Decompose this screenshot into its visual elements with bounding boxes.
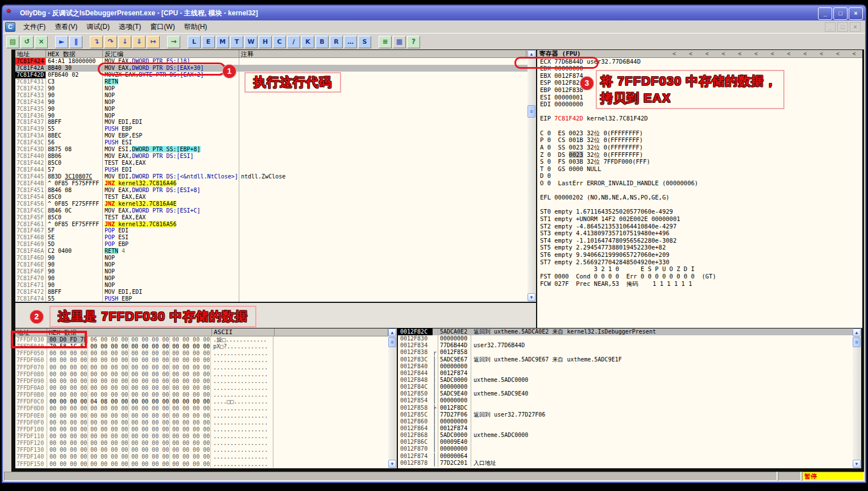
menu-item-4[interactable]: 窗口(W) — [146, 21, 179, 33]
stack-row[interactable]: 0012F874│00000064 — [398, 453, 853, 460]
executables-button[interactable]: E — [202, 36, 215, 48]
register-line[interactable]: 3 2 1 0 E S P U O Z D I — [537, 265, 862, 273]
stack-row[interactable]: 0012F844│0012F874 — [398, 370, 853, 377]
chevron-left-icon[interactable]: < — [721, 51, 725, 57]
title-bar[interactable]: * OllyDbg - 反调试之IsDebuggerPresent.exe - … — [3, 6, 865, 20]
register-line[interactable]: ST5 empty 2.2945477388019452230e+82 — [537, 244, 862, 251]
disasm-row[interactable]: 7C81F46AC2 0400RETN 4 — [15, 248, 528, 255]
dump-row[interactable]: 7FFDF11000 00 00 0000 00 00 0000 00 00 0… — [15, 433, 388, 440]
dump-row[interactable]: 7FFDF13000 00 00 0000 00 00 0000 00 00 0… — [15, 447, 388, 453]
pause-button[interactable]: ∥ — [69, 36, 82, 48]
disasm-row[interactable]: 7C81F4728BFFMOV EDI,EDI — [15, 289, 528, 296]
menu-item-5[interactable]: 帮助(H) — [180, 21, 212, 33]
stack-row[interactable]: 0012F83C│5ADC9E67返回到 uxtheme.5ADC9E67 来自… — [398, 356, 853, 363]
stack-row[interactable]: 0012F848│5ADC0000uxtheme.5ADC0000 — [398, 377, 853, 384]
disasm-row[interactable]: 7C81F47190NOP — [15, 282, 528, 289]
disasm-row[interactable]: 7C81F4408B06MOV EAX,DWORD PTR DS:[ESI] — [15, 153, 528, 160]
register-line[interactable]: EIP 7C81F42D kernel32.7C81F42D — [537, 115, 862, 122]
scroll-thumb[interactable]: ≡ — [388, 337, 396, 347]
chevron-left-icon[interactable]: < — [853, 51, 856, 57]
register-chevrons[interactable]: <<<<<<<<<<<< — [666, 51, 862, 57]
scroll-thumb[interactable]: ≡ — [853, 337, 861, 347]
chevron-left-icon[interactable]: < — [689, 51, 692, 57]
disasm-row[interactable]: 7C81F43490NOP — [15, 99, 528, 106]
register-line[interactable]: O 0 LastErr ERROR_INVALID_HANDLE (000000… — [537, 180, 862, 187]
disasm-row[interactable]: 7C81F47455PUSH EBP — [15, 296, 528, 302]
mdi-restore-button[interactable]: □ — [837, 22, 848, 32]
register-line[interactable]: ST2 empty -4.8645213531064410840e-4297 — [537, 223, 862, 230]
disasm-row[interactable]: 7C81F43D8B75 08MOV ESI,DWORD PTR SS:[EBP… — [15, 146, 528, 153]
disasm-row[interactable]: 7C81F4518B46 08MOV EAX,DWORD PTR DS:[ESI… — [15, 187, 528, 194]
dump-row[interactable]: 7FFDF12000 00 00 0000 00 00 0000 00 00 0… — [15, 440, 388, 447]
animate-over-button[interactable]: ⇓ — [132, 36, 146, 48]
disasm-row[interactable]: 7C81F45C8B46 0CMOV EAX,DWORD PTR DS:[ESI… — [15, 207, 528, 214]
help-button[interactable]: ? — [407, 36, 420, 48]
dump-row[interactable]: 7FFDF10000 00 00 0000 00 00 0000 00 00 0… — [15, 426, 388, 433]
run-trace-button[interactable]: … — [344, 36, 357, 48]
scroll-up-icon[interactable]: ▲ — [853, 328, 861, 336]
log-window-button[interactable]: L — [188, 36, 201, 48]
disasm-row[interactable]: 7C81F4378BFFMOV EDI,EDI — [15, 119, 528, 126]
scroll-thumb[interactable]: ≡ — [528, 105, 535, 118]
restart-button[interactable]: ↺ — [20, 36, 34, 48]
disasm-row[interactable]: 7C81F456^ 0F85 F275FFFFJNZ kernel32.7C81… — [15, 201, 528, 207]
chevron-left-icon[interactable]: < — [787, 51, 790, 57]
menu-item-2[interactable]: 调试(D) — [82, 21, 114, 33]
register-line[interactable]: S 0 FS 003B 32位 7FFDF000(FFF) — [537, 158, 862, 165]
menu-item-1[interactable]: 查看(V) — [50, 21, 82, 33]
register-line[interactable]: ST4 empty -1.1016474780956562280e-3082 — [537, 237, 862, 244]
dump-row[interactable]: 7FFDF14000 00 00 0000 00 00 0000 00 00 0… — [15, 453, 388, 460]
disasm-row[interactable]: 7C81F46D90NOP — [15, 255, 528, 261]
disasm-row[interactable]: 7C81F43C56PUSH ESI — [15, 139, 528, 146]
options-button[interactable]: ≡ — [379, 36, 392, 48]
stack-scrollbar[interactable]: ▲ ≡ ▼ — [853, 328, 861, 468]
disasm-row[interactable]: 7C81F43390NOP — [15, 92, 528, 99]
disasm-row[interactable]: 7C81F4458B3D 3C10807CMOV EDI,DWORD PTR D… — [15, 173, 528, 180]
appearance-button[interactable]: ▦ — [393, 36, 406, 48]
stack-row[interactable]: 0012F85C│77D27F06返回到 user32.77D27F06 — [398, 411, 853, 418]
disasm-row[interactable]: 7C81F461^ 0F85 EF75FFFFJNZ kernel32.7C81… — [15, 221, 528, 228]
menu-item-0[interactable]: 文件(F) — [19, 21, 50, 33]
stack-row[interactable]: 0012F86C│00009E40 — [398, 439, 853, 446]
references-button[interactable]: R — [330, 36, 343, 48]
register-line[interactable]: ST6 empty 9.9406621999065727060e+209 — [537, 251, 862, 259]
stack-row[interactable]: 0012F870│00000000 — [398, 446, 853, 452]
register-line[interactable] — [537, 201, 862, 209]
disasm-row[interactable]: 7C81F45485C0TEST EAX,EAX — [15, 194, 528, 201]
register-line[interactable]: Z 0 DS 0023 32位 0(FFFFFFFF) — [537, 151, 862, 159]
stack-row[interactable]: 0012F84C│00000000 — [398, 384, 853, 390]
disasm-row[interactable]: 7C81F43690NOP — [15, 113, 528, 119]
stack-row[interactable]: 0012F858├0012F8DC — [398, 405, 853, 411]
dump-row[interactable]: 7FFDF08000 00 00 0000 00 00 0000 00 00 0… — [15, 371, 388, 378]
register-line[interactable]: ST0 empty 1.6711643525020577060e-4929 — [537, 208, 862, 215]
chevron-left-icon[interactable]: < — [705, 51, 709, 57]
register-line[interactable]: FST 0000 Cond 0 0 0 0 Err 0 0 0 0 0 0 0 … — [537, 273, 862, 280]
source-button[interactable]: S — [358, 36, 371, 48]
chevron-left-icon[interactable]: < — [820, 51, 823, 57]
disasm-row[interactable]: 7C81F4695DPOP EBP — [15, 241, 528, 248]
scroll-down-icon[interactable]: ▼ — [528, 293, 535, 301]
dump-row[interactable]: 7FFDF0A000 00 00 0000 00 00 0000 00 00 0… — [15, 385, 388, 392]
close-button[interactable]: × — [849, 7, 863, 20]
dump-row[interactable]: 7FFDF09000 00 00 0000 00 00 0000 00 00 0… — [15, 378, 388, 385]
stack-row[interactable]: 0012F83000000000 — [398, 335, 853, 342]
scroll-down-icon[interactable]: ▼ — [853, 460, 861, 468]
dump-row[interactable]: 7FFDF0B000 00 00 0000 00 00 0000 00 00 0… — [15, 392, 388, 398]
disasm-scrollbar[interactable]: ▲ ≡ ▼ — [528, 50, 536, 302]
scroll-down-icon[interactable]: ▼ — [388, 460, 396, 468]
stack-row[interactable]: 0012F868│5ADC0000uxtheme.5ADC0000 — [398, 432, 853, 439]
chevron-left-icon[interactable]: < — [738, 51, 741, 57]
disasm-row[interactable]: 7C81F44B^ 0F85 F575FFFFJNZ kernel32.7C81… — [15, 180, 528, 187]
maximize-button[interactable]: □ — [833, 7, 848, 20]
register-line[interactable]: ST7 empty 2.5669277042848504920e+330 — [537, 259, 862, 266]
chevron-left-icon[interactable]: < — [754, 51, 758, 57]
dump-row[interactable]: 7FFDF0F000 00 00 0000 00 00 0000 00 00 0… — [15, 419, 388, 426]
dump-row[interactable]: 7FFDF05000 00 00 0000 00 00 0000 00 00 0… — [15, 350, 388, 357]
child-window-icon[interactable]: C — [5, 22, 15, 32]
dump-row[interactable]: 7FFDF07000 00 00 0000 00 00 0000 00 00 0… — [15, 364, 388, 371]
chevron-left-icon[interactable]: < — [836, 51, 840, 57]
execute-till-return-button[interactable]: ↦ — [147, 36, 160, 48]
memory-map-button[interactable]: M — [216, 36, 229, 48]
disasm-row[interactable]: 7C81F46F90NOP — [15, 268, 528, 275]
chevron-left-icon[interactable]: < — [672, 51, 676, 57]
